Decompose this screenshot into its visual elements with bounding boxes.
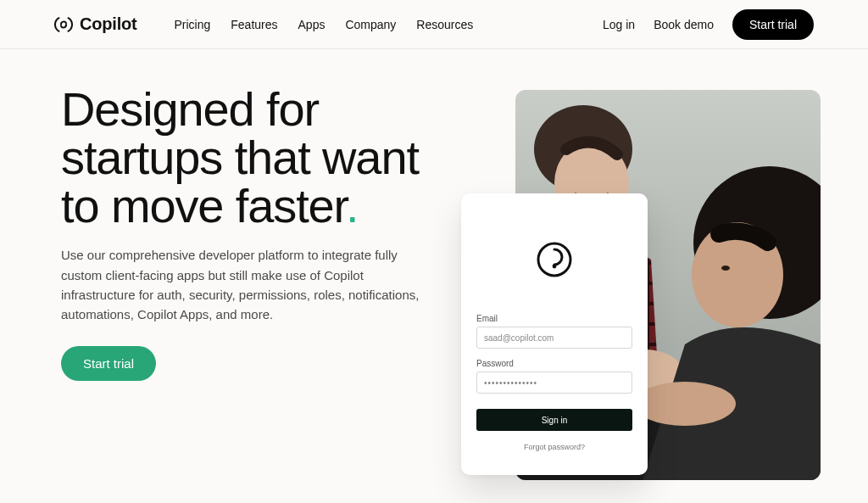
svg-point-13 <box>553 265 557 269</box>
nav-item-pricing[interactable]: Pricing <box>174 18 210 31</box>
email-field-group: Email <box>476 314 632 349</box>
login-card-logo-icon <box>476 241 632 278</box>
brand[interactable]: Copilot <box>54 14 136 34</box>
header-actions: Log in Book demo Start trial <box>603 9 814 40</box>
book-demo-link[interactable]: Book demo <box>654 18 714 31</box>
hero-headline: Designed for startups that want to move … <box>61 85 468 230</box>
nav-item-features[interactable]: Features <box>231 18 277 31</box>
password-label: Password <box>476 359 632 368</box>
start-trial-button-hero[interactable]: Start trial <box>61 346 156 381</box>
sign-in-button[interactable]: Sign in <box>476 409 632 431</box>
site-header: Copilot Pricing Features Apps Company Re… <box>0 0 868 49</box>
svg-point-10 <box>721 265 730 271</box>
start-trial-button-header[interactable]: Start trial <box>732 9 814 40</box>
brand-name: Copilot <box>80 14 136 34</box>
login-link[interactable]: Log in <box>603 18 635 31</box>
password-field[interactable] <box>476 372 632 394</box>
email-field[interactable] <box>476 327 632 349</box>
nav-item-resources[interactable]: Resources <box>416 18 473 31</box>
email-label: Email <box>476 314 632 323</box>
brand-logo-icon <box>54 15 73 34</box>
svg-point-11 <box>634 382 736 426</box>
hero-lede: Use our comprehensive developer platform… <box>61 245 434 324</box>
nav-item-company[interactable]: Company <box>345 18 396 31</box>
nav-item-apps[interactable]: Apps <box>298 18 326 31</box>
password-field-group: Password <box>476 359 632 394</box>
login-card: Email Password Sign in Forgot password? <box>461 193 648 475</box>
hero-headline-dot: . <box>346 179 358 232</box>
primary-nav: Pricing Features Apps Company Resources <box>174 18 473 31</box>
hero-headline-text: Designed for startups that want to move … <box>61 82 419 232</box>
forgot-password-link[interactable]: Forgot password? <box>476 443 632 451</box>
hero: Designed for startups that want to move … <box>0 49 868 503</box>
